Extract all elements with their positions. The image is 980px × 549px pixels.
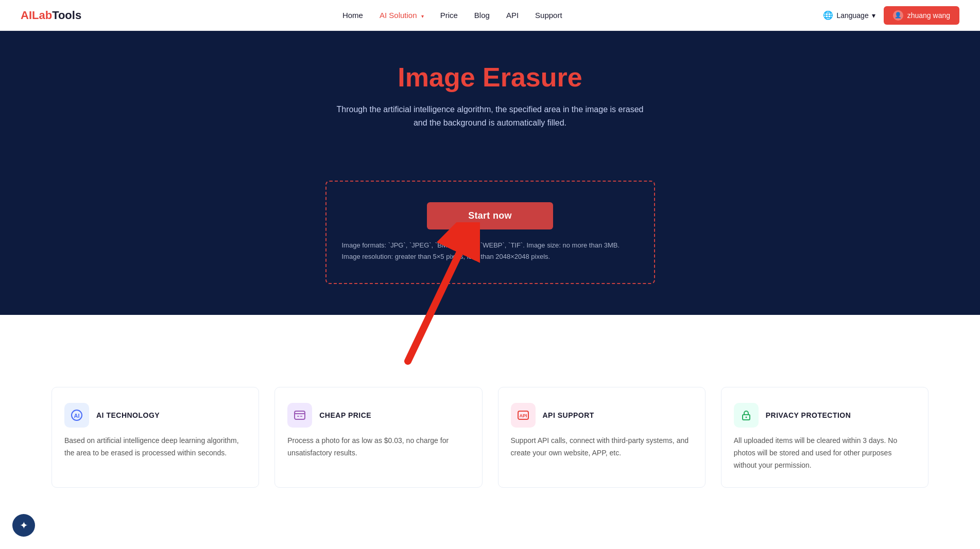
upload-section: Start now Image formats: `JPG`, `JPEG`, … bbox=[0, 170, 980, 315]
feature-icon-row-price: CHEAP PRICE bbox=[287, 403, 469, 428]
feature-desc-privacy: All uploaded items will be cleared withi… bbox=[734, 435, 916, 471]
feature-icon-row-api: API API SUPPORT bbox=[511, 403, 693, 428]
privacy-icon-wrapper bbox=[734, 403, 759, 428]
feature-icon-row-ai: AI AI TECHNOLOGY bbox=[64, 403, 246, 428]
nav-link-blog[interactable]: Blog bbox=[474, 11, 490, 20]
feature-desc-api: Support API calls, connect with third-pa… bbox=[511, 435, 693, 459]
feature-card-privacy: PRIVACY PROTECTION All uploaded items wi… bbox=[721, 387, 929, 487]
feature-title-privacy: PRIVACY PROTECTION bbox=[766, 411, 851, 419]
svg-text:AI: AI bbox=[74, 413, 80, 419]
user-icon: 👤 bbox=[893, 10, 903, 21]
feature-title-ai: AI TECHNOLOGY bbox=[96, 411, 160, 419]
brand-tools: Tools bbox=[52, 9, 81, 22]
svg-point-11 bbox=[745, 417, 747, 418]
nav-item-api[interactable]: API bbox=[506, 11, 519, 20]
ai-brain-icon: AI bbox=[70, 408, 84, 422]
svg-rect-4 bbox=[295, 411, 305, 419]
nav-menu: Home AI Solution ▾ Price Blog API Suppor… bbox=[342, 11, 562, 20]
feature-desc-price: Process a photo for as low as $0.03, no … bbox=[287, 435, 469, 459]
feature-card-cheap-price: CHEAP PRICE Process a photo for as low a… bbox=[274, 387, 482, 487]
nav-item-price[interactable]: Price bbox=[440, 11, 458, 20]
nav-link-support[interactable]: Support bbox=[535, 11, 562, 20]
nav-link-ai-solution[interactable]: AI Solution ▾ bbox=[380, 11, 424, 20]
ai-tech-icon-wrapper: AI bbox=[64, 403, 89, 428]
brand-logo[interactable]: AILab Tools bbox=[21, 9, 81, 22]
nav-item-support[interactable]: Support bbox=[535, 11, 562, 20]
nav-link-api[interactable]: API bbox=[506, 11, 519, 20]
api-icon: API bbox=[516, 408, 530, 422]
feature-icon-row-privacy: PRIVACY PROTECTION bbox=[734, 403, 916, 428]
annotation-arrow bbox=[377, 222, 480, 366]
features-section: AI AI TECHNOLOGY Based on artificial int… bbox=[0, 356, 980, 518]
upload-box[interactable]: Start now Image formats: `JPG`, `JPEG`, … bbox=[325, 181, 655, 284]
hero-title: Image Erasure bbox=[21, 62, 959, 93]
language-button[interactable]: 🌐 Language ▾ bbox=[823, 10, 875, 20]
arrow-annotation-area bbox=[0, 315, 980, 356]
globe-icon: 🌐 bbox=[823, 10, 833, 20]
nav-link-price[interactable]: Price bbox=[440, 11, 458, 20]
svg-text:API: API bbox=[519, 413, 527, 418]
chevron-down-icon: ▾ bbox=[421, 13, 424, 19]
nav-item-home[interactable]: Home bbox=[342, 11, 363, 20]
feature-title-api: API SUPPORT bbox=[543, 411, 594, 419]
price-icon bbox=[293, 408, 307, 422]
brand-ai: AI bbox=[21, 9, 32, 22]
cheap-price-icon-wrapper bbox=[287, 403, 312, 428]
lock-icon bbox=[739, 408, 753, 422]
nav-item-blog[interactable]: Blog bbox=[474, 11, 490, 20]
navbar-right: 🌐 Language ▾ 👤 zhuang wang bbox=[823, 6, 959, 25]
nav-link-home[interactable]: Home bbox=[342, 11, 363, 20]
nav-item-ai-solution[interactable]: AI Solution ▾ bbox=[380, 11, 424, 20]
navbar: AILab Tools Home AI Solution ▾ Price Blo… bbox=[0, 0, 980, 31]
svg-line-1 bbox=[408, 253, 459, 361]
language-label: Language bbox=[836, 11, 868, 20]
feature-card-api-support: API API SUPPORT Support API calls, conne… bbox=[498, 387, 706, 487]
chevron-down-icon: ▾ bbox=[872, 11, 875, 20]
feature-desc-ai: Based on artificial intelligence deep le… bbox=[64, 435, 246, 459]
user-button[interactable]: 👤 zhuang wang bbox=[884, 6, 959, 25]
brand-lab: Lab bbox=[32, 9, 52, 22]
feature-card-ai-tech: AI AI TECHNOLOGY Based on artificial int… bbox=[51, 387, 259, 487]
hero-subtitle: Through the artificial intelligence algo… bbox=[336, 103, 645, 129]
hero-section: Image Erasure Through the artificial int… bbox=[0, 31, 980, 170]
user-label: zhuang wang bbox=[907, 11, 950, 20]
api-support-icon-wrapper: API bbox=[511, 403, 536, 428]
feature-title-price: CHEAP PRICE bbox=[319, 411, 371, 419]
